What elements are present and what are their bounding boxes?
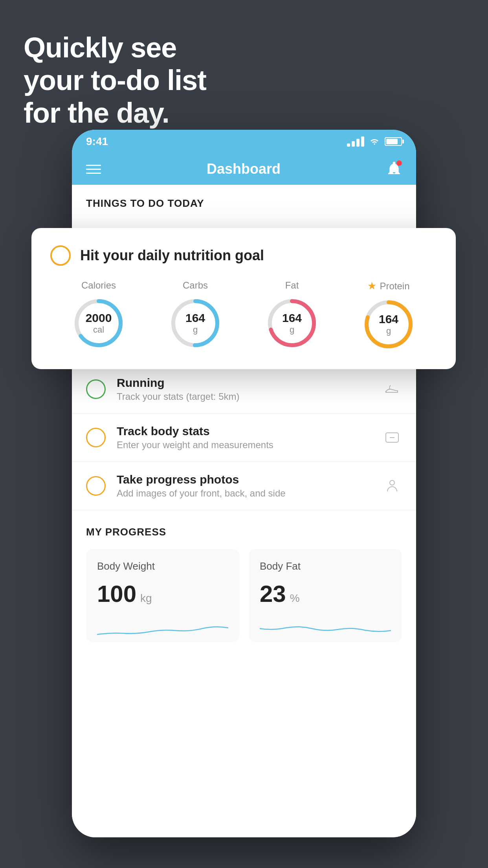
- person-icon: [382, 476, 402, 496]
- nav-bar: Dashboard: [72, 153, 416, 185]
- todo-item-running[interactable]: Running Track your stats (target: 5km): [72, 365, 416, 414]
- calories-unit: cal: [86, 325, 112, 335]
- todo-text-running: Running Track your stats (target: 5km): [117, 376, 371, 402]
- todo-title-body-stats: Track body stats: [117, 425, 371, 438]
- svg-point-2: [390, 480, 394, 485]
- nutrition-label-fat: Fat: [285, 280, 299, 291]
- hero-title: Quickly see your to-do list for the day.: [24, 31, 206, 129]
- nutrition-label-calories: Calories: [81, 280, 116, 291]
- progress-card-fat-title: Body Fat: [260, 560, 391, 572]
- nutrition-circles: Calories 2000 cal Carbs: [50, 280, 437, 352]
- nutrition-label-protein: ★ Protein: [367, 280, 409, 292]
- progress-fat-unit: %: [290, 592, 300, 605]
- protein-circle: 164 g: [361, 297, 416, 352]
- todo-subtitle-body-stats: Enter your weight and measurements: [117, 440, 371, 451]
- nutrition-card: Hit your daily nutrition goal Calories 2…: [31, 228, 456, 369]
- scale-icon: [382, 428, 402, 447]
- calories-value: 2000: [86, 311, 112, 325]
- progress-card-weight[interactable]: Body Weight 100 kg: [86, 549, 239, 642]
- nutrition-item-fat: Fat 164 g: [264, 280, 319, 351]
- progress-weight-value: 100: [97, 580, 136, 607]
- progress-section: MY PROGRESS Body Weight 100 kg: [72, 510, 416, 642]
- fat-chart: [260, 617, 391, 640]
- progress-header: MY PROGRESS: [86, 526, 402, 538]
- fat-value: 164: [282, 311, 302, 325]
- signal-icon: [347, 136, 364, 147]
- todo-text-body-stats: Track body stats Enter your weight and m…: [117, 425, 371, 451]
- calories-circle: 2000 cal: [71, 296, 126, 351]
- nutrition-item-protein: ★ Protein 164 g: [361, 280, 416, 352]
- fat-unit: g: [282, 325, 302, 335]
- shoe-icon: [382, 379, 402, 399]
- wifi-icon: [369, 136, 380, 148]
- notification-bell-icon[interactable]: [386, 160, 402, 178]
- fat-circle: 164 g: [264, 296, 319, 351]
- todo-circle-running: [86, 379, 106, 399]
- todo-item-body-stats[interactable]: Track body stats Enter your weight and m…: [72, 414, 416, 462]
- todo-item-photos[interactable]: Take progress photos Add images of your …: [72, 462, 416, 510]
- nutrition-label-carbs: Carbs: [183, 280, 208, 291]
- battery-icon: [385, 137, 402, 146]
- todo-title-running: Running: [117, 376, 371, 390]
- progress-card-fat[interactable]: Body Fat 23 %: [249, 549, 402, 642]
- things-header: THINGS TO DO TODAY: [72, 185, 416, 216]
- status-icons: [347, 136, 402, 148]
- progress-weight-unit: kg: [140, 592, 152, 605]
- todo-circle-body-stats: [86, 428, 106, 447]
- nutrition-checkbox[interactable]: [50, 245, 71, 266]
- hamburger-menu[interactable]: [86, 165, 101, 174]
- nutrition-card-title: Hit your daily nutrition goal: [80, 247, 264, 264]
- progress-cards: Body Weight 100 kg Body Fat 23: [86, 549, 402, 642]
- status-bar: 9:41: [72, 130, 416, 153]
- todo-title-photos: Take progress photos: [117, 473, 371, 486]
- todo-text-photos: Take progress photos Add images of your …: [117, 473, 371, 499]
- nav-title: Dashboard: [207, 161, 281, 177]
- progress-fat-value: 23: [260, 580, 286, 607]
- carbs-circle: 164 g: [168, 296, 223, 351]
- todo-circle-photos: [86, 476, 106, 496]
- progress-card-weight-title: Body Weight: [97, 560, 228, 572]
- nutrition-item-carbs: Carbs 164 g: [168, 280, 223, 351]
- todo-subtitle-photos: Add images of your front, back, and side: [117, 488, 371, 499]
- todo-subtitle-running: Track your stats (target: 5km): [117, 391, 371, 402]
- card-title-row: Hit your daily nutrition goal: [50, 245, 437, 266]
- status-time: 9:41: [86, 135, 108, 148]
- carbs-unit: g: [185, 325, 205, 335]
- progress-weight-value-row: 100 kg: [97, 580, 228, 607]
- star-icon: ★: [367, 280, 376, 292]
- progress-fat-value-row: 23 %: [260, 580, 391, 607]
- todo-list: Running Track your stats (target: 5km) T…: [72, 365, 416, 642]
- carbs-value: 164: [185, 311, 205, 325]
- protein-unit: g: [379, 326, 398, 336]
- nutrition-item-calories: Calories 2000 cal: [71, 280, 126, 351]
- weight-chart: [97, 617, 228, 640]
- protein-value: 164: [379, 313, 398, 326]
- notification-dot: [396, 160, 402, 166]
